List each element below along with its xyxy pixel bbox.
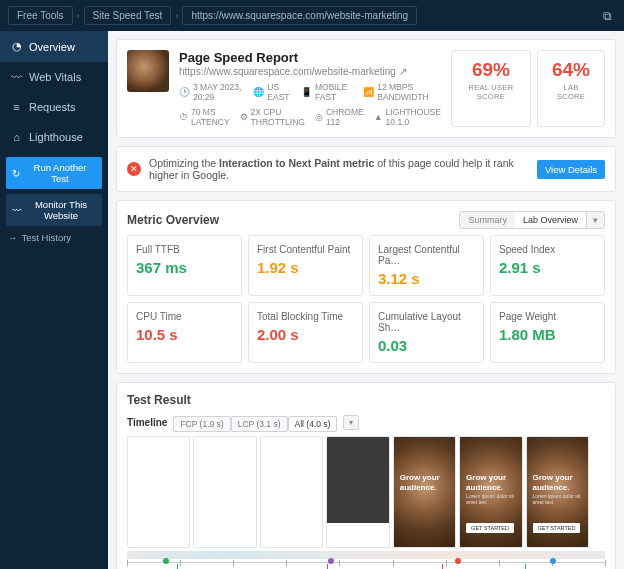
metric-tile[interactable]: First Contentful Paint1.92 s [248,235,363,296]
metric-tile[interactable]: Total Blocking Time2.00 s [248,302,363,363]
metric-label: CPU Time [136,311,233,322]
overview-icon: ◔ [10,40,23,53]
metric-tile[interactable]: Largest Contentful Pa…3.12 s [369,235,484,296]
overview-tabs: Summary Lab Overview ▾ [459,211,605,229]
alert-card: ✕ Optimizing the Interaction to Next Pai… [116,146,616,192]
open-external-icon[interactable]: ⧉ [599,9,616,23]
sidebar-item-webvitals[interactable]: 〰Web Vitals [0,62,108,92]
meta-icon: 🌐 [253,87,264,97]
sidebar: ◔Overview 〰Web Vitals ≡Requests ⌂Lightho… [0,31,108,569]
metric-tile[interactable]: Page Weight1.80 MB [490,302,605,363]
frame-1 [193,436,256,548]
frame-3 [326,436,389,548]
meta-icon: ⏱ [179,112,188,122]
section-title: Metric Overview [127,213,219,227]
metric-value: 10.5 s [136,326,233,343]
test-history-link[interactable]: →Test History [8,232,100,243]
meta-icon: 📶 [363,87,374,97]
sidebar-label: Overview [29,41,75,53]
pulse-icon: 〰 [12,205,22,216]
timeline-chip[interactable]: FCP (1.9 s) [173,416,230,432]
timeline-frames: Grow your audience. Grow your audience.L… [127,436,605,548]
tab-summary[interactable]: Summary [460,212,515,228]
meta-item: 📱MOBILE FAST [301,82,353,102]
refresh-icon: ↻ [12,168,20,179]
metric-label: Full TTFB [136,244,233,255]
external-link-icon: ↗ [399,66,407,77]
metric-label: Largest Contentful Pa… [378,244,475,266]
time-axis: 0 s0.5 s1.0 s1.5 s2.0 s2.5 s3.0 s3.5 s4.… [127,562,605,569]
button-label: Monitor This Website [26,199,96,221]
frame-0 [127,436,190,548]
section-title: Test Result [127,393,605,407]
meta-text: 70 MS LATENCY [191,107,230,127]
meta-item: 🕒3 MAY 2023, 20:29 [179,82,243,102]
sidebar-item-requests[interactable]: ≡Requests [0,92,108,122]
tab-lab-overview[interactable]: Lab Overview [515,212,586,228]
score-box: 69%REAL USER SCORE [451,50,531,127]
breadcrumb-item[interactable]: Site Speed Test [84,6,172,25]
metric-tile[interactable]: Cumulative Layout Sh…0.03 [369,302,484,363]
sidebar-item-lighthouse[interactable]: ⌂Lighthouse [0,122,108,152]
sidebar-label: Lighthouse [29,131,83,143]
frame-heading: Grow your audience. [466,473,515,492]
timeline-marker [550,558,556,564]
score-value: 69% [466,59,516,81]
meta-text: CHROME 112 [326,107,364,127]
meta-text: US EAST [267,82,291,102]
sidebar-item-overview[interactable]: ◔Overview [0,31,108,62]
meta-icon: ⚙ [240,112,248,122]
breadcrumb-item[interactable]: Free Tools [8,6,73,25]
test-result-card: Test Result Timeline FCP (1.9 s)LCP (3.1… [116,382,616,569]
timeline-chip[interactable]: LCP (3.1 s) [231,416,288,432]
page-title: Page Speed Report [179,50,441,65]
score-label: REAL USER SCORE [466,83,516,101]
metric-label: Speed Index [499,244,596,255]
frame-2 [260,436,323,548]
chevron-right-icon: › [77,11,80,21]
meta-icon: ◎ [315,112,323,122]
tab-dropdown[interactable]: ▾ [586,212,604,228]
metric-value: 367 ms [136,259,233,276]
timeline-dropdown[interactable]: ▾ [343,415,359,430]
timeline-marker [163,558,169,564]
metric-value: 2.00 s [257,326,354,343]
frame-6: Grow your audience.Lorem ipsum dolor sit… [526,436,589,548]
metric-label: Total Blocking Time [257,311,354,322]
metric-tile[interactable]: Full TTFB367 ms [127,235,242,296]
meta-item: 🌐US EAST [253,82,291,102]
frame-heading: Grow your audience. [400,473,449,492]
meta-item: 📶12 MBPS BANDWIDTH [363,82,441,102]
metric-value: 0.03 [378,337,475,354]
view-details-button[interactable]: View Details [537,160,605,179]
metric-label: Cumulative Layout Sh… [378,311,475,333]
breadcrumb-item[interactable]: https://www.squarespace.com/website-mark… [182,6,417,25]
frame-cta: GET STARTED [533,523,581,533]
meta-row-2: ⏱70 MS LATENCY⚙2X CPU THROTTLING◎CHROME … [179,107,441,127]
metric-tile[interactable]: Speed Index2.91 s [490,235,605,296]
lighthouse-icon: ⌂ [10,131,23,143]
meta-text: MOBILE FAST [315,82,353,102]
frame-4: Grow your audience. [393,436,456,548]
button-label: Run Another Test [24,162,96,184]
meta-icon: 📱 [301,87,312,97]
metric-value: 1.80 MB [499,326,596,343]
metric-overview-card: Metric Overview Summary Lab Overview ▾ F… [116,200,616,374]
site-thumbnail [127,50,169,92]
monitor-website-button[interactable]: 〰Monitor This Website [6,194,102,226]
metric-value: 3.12 s [378,270,475,287]
vitals-icon: 〰 [10,71,23,83]
metric-tile[interactable]: CPU Time10.5 s [127,302,242,363]
metric-value: 1.92 s [257,259,354,276]
meta-text: 3 MAY 2023, 20:29 [193,82,243,102]
frame-5: Grow your audience.Lorem ipsum dolor sit… [459,436,522,548]
timeline-chip[interactable]: All (4.0 s) [288,416,338,432]
run-another-test-button[interactable]: ↻Run Another Test [6,157,102,189]
meta-item: ⚙2X CPU THROTTLING [240,107,305,127]
meta-icon: ▲ [374,112,383,122]
header-card: Page Speed Report https://www.squarespac… [116,39,616,138]
alert-text: Optimizing the Interaction to Next Paint… [149,157,529,181]
meta-text: LIGHTHOUSE 10.1.0 [386,107,441,127]
score-box: 64%LAB SCORE [537,50,605,127]
page-url[interactable]: https://www.squarespace.com/website-mark… [179,66,441,77]
